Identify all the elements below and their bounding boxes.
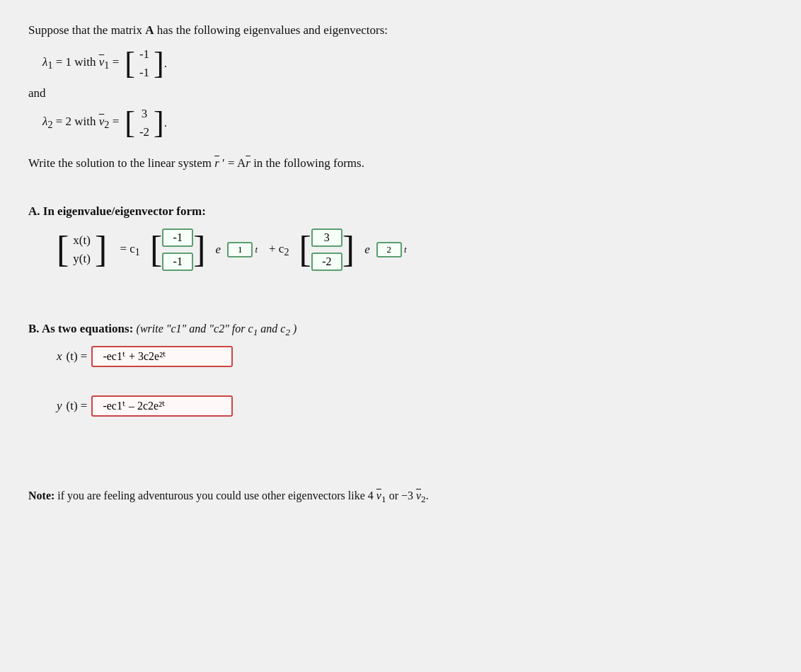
vec1-inputs — [162, 226, 193, 274]
bracket-left-1: [ — [125, 48, 135, 79]
vec2-input-bottom-wrapper — [311, 250, 342, 274]
page: Suppose that the matrix A has the follow… — [0, 0, 801, 672]
vec2-input-top[interactable] — [311, 228, 342, 247]
lambda1-label: λ1 = 1 with v1 = — [42, 55, 119, 71]
xy-labels: x(t) y(t) — [69, 231, 95, 268]
t1-label: t — [255, 244, 258, 255]
vec1-input-top[interactable] — [162, 228, 193, 247]
eigenform-equation: [ x(t) y(t) ] = c1 [ ] e — [57, 226, 773, 274]
vec2-bracket-left: [ — [299, 231, 311, 268]
vec1-input-top-wrapper — [162, 226, 193, 250]
vec1-bracket-group: [ ] — [150, 226, 206, 274]
xy-bracket-left: [ — [57, 231, 69, 268]
eigenvalue2-line: λ2 = 2 with v2 = [ 3 -2 ] . — [42, 105, 773, 141]
plus-c2-label: + c2 — [269, 242, 289, 258]
lambda2-label: λ2 = 2 with v2 = — [42, 115, 119, 131]
xt-input[interactable] — [91, 346, 233, 367]
bracket-left-2: [ — [125, 108, 135, 139]
eigen1-values: -1 -1 — [135, 45, 154, 82]
note-text: Note: if you are feeling adventurous you… — [28, 487, 773, 506]
part-a-header: A. In eigenvalue/eigenvector form: — [28, 204, 773, 219]
eigen2-values: 3 -2 — [135, 105, 154, 141]
xt-equation-row: x(t) = — [57, 346, 773, 367]
vec1-bracket-right: ] — [193, 231, 205, 268]
exp1-input[interactable] — [227, 242, 253, 257]
vec2-bracket-right: ] — [342, 231, 355, 268]
e2-base: e — [364, 243, 370, 257]
eigen2-bottom: -2 — [135, 123, 154, 141]
e1-exponent: t — [227, 242, 258, 257]
xt-label-vec: x(t) — [69, 231, 95, 250]
yt-equation-row: y(t) = — [57, 395, 773, 417]
eigen2-top: 3 — [137, 105, 152, 123]
eigenvalue1-line: λ1 = 1 with v1 = [ -1 -1 ] . — [42, 45, 773, 82]
eigen1-vector: [ -1 -1 ] — [125, 45, 163, 82]
eigen2-vector: [ 3 -2 ] — [125, 105, 163, 141]
vec2-input-top-wrapper — [311, 226, 342, 250]
e2-exponent: t — [376, 242, 407, 257]
yt-input[interactable] — [91, 395, 233, 417]
vec2-inputs — [311, 226, 342, 274]
exp2-input[interactable] — [376, 242, 402, 257]
part-b-note: (write "c1" and "c2" for c1 and c2 ) — [137, 323, 297, 335]
vec2-bracket-group: [ ] — [299, 226, 355, 274]
eigen1-top: -1 — [135, 45, 154, 64]
xt-func-label: x — [57, 349, 62, 364]
vec1-input-bottom-wrapper — [162, 250, 193, 274]
vec2-input-bottom[interactable] — [311, 253, 342, 271]
xy-bracket-right: ] — [95, 231, 107, 268]
eigen1-bottom: -1 — [135, 64, 154, 82]
vec1-input-bottom[interactable] — [162, 253, 193, 271]
and-text: and — [28, 86, 773, 100]
xy-vector: [ x(t) y(t) ] — [57, 231, 107, 268]
write-instruction: Write the solution to the linear system … — [28, 154, 773, 173]
intro-text: Suppose that the matrix A has the follow… — [28, 21, 773, 40]
period2: . — [164, 116, 167, 130]
period1: . — [164, 57, 167, 71]
e1-base: e — [216, 243, 221, 257]
c1-label: = c1 — [117, 242, 140, 258]
bracket-right-1: ] — [154, 48, 164, 79]
yt-paren: (t) = — [67, 399, 88, 413]
xt-paren: (t) = — [67, 349, 88, 364]
part-b-header: B. As two equations: (write "c1" and "c2… — [28, 322, 773, 338]
yt-label-vec: y(t) — [69, 250, 95, 268]
vec1-bracket-left: [ — [150, 231, 162, 268]
bracket-right-2: ] — [154, 108, 164, 139]
yt-func-label: y — [57, 399, 62, 413]
t2-label: t — [404, 244, 407, 255]
